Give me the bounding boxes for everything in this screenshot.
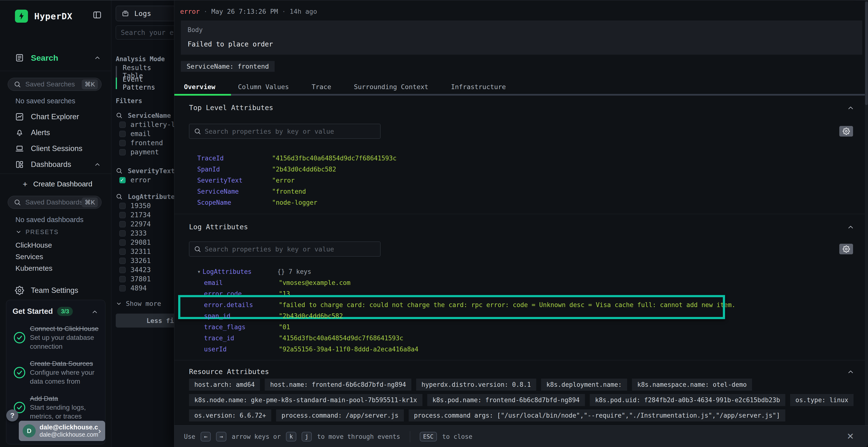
search-icon[interactable] xyxy=(116,193,123,200)
checkbox-icon[interactable] xyxy=(119,221,126,227)
saved-dashboards-search[interactable]: ⌘K xyxy=(8,196,101,209)
attribute-row[interactable]: emailvmoses@example.com xyxy=(189,277,855,288)
attribute-row[interactable]: trace_flags01 xyxy=(189,321,855,333)
get-started-item[interactable]: Create Data Sources Configure where your… xyxy=(12,359,99,386)
collapse-section-icon[interactable] xyxy=(847,223,855,231)
mode-event-patterns[interactable]: Event Patterns xyxy=(116,77,174,89)
attribute-row[interactable]: TraceId4156d3fbc40a64854d9dc7f68641593c xyxy=(189,153,855,164)
saved-dashboards-input[interactable] xyxy=(25,199,82,206)
filter-option[interactable]: 22974 xyxy=(116,220,174,229)
resource-chip[interactable]: host.name: frontend-6b6c8d7bfd-ng894 xyxy=(265,379,411,391)
tab-surrounding-context[interactable]: Surrounding Context xyxy=(354,83,429,91)
saved-searches-input[interactable] xyxy=(25,80,82,88)
filter-option[interactable]: email xyxy=(116,129,174,138)
filter-option[interactable]: 4894 xyxy=(116,284,174,293)
checkbox-icon[interactable] xyxy=(119,239,126,246)
attributes-settings-button[interactable] xyxy=(839,126,853,137)
collapse-sidebar-icon[interactable] xyxy=(92,10,102,20)
event-search-input[interactable] xyxy=(116,26,174,39)
sidebar-item-alerts[interactable]: Alerts xyxy=(0,125,111,141)
attribute-row-highlighted[interactable]: error.detailsfailed to charge card: coul… xyxy=(189,299,855,310)
filter-option-checked[interactable]: error xyxy=(116,176,174,184)
user-account-chip[interactable]: D dale@clickhouse.com dale@clickhouse.co… xyxy=(19,421,105,441)
filter-option[interactable]: 21734 xyxy=(116,210,174,219)
sidebar-item-services[interactable]: Services xyxy=(0,251,111,263)
filter-option[interactable]: 32311 xyxy=(116,247,174,256)
sidebar-item-chart-explorer[interactable]: Chart Explorer xyxy=(0,109,111,125)
resource-chip[interactable]: os.type: linux xyxy=(790,394,854,406)
scrollbar[interactable] xyxy=(865,0,868,425)
close-icon[interactable]: ✕ xyxy=(847,431,854,441)
search-icon[interactable] xyxy=(116,167,123,174)
attribute-row[interactable]: SeverityTexterror xyxy=(189,175,855,186)
checkbox-checked-icon[interactable] xyxy=(119,177,126,183)
sidebar-item-client-sessions[interactable]: Client Sessions xyxy=(0,141,111,157)
tab-column-values[interactable]: Column Values xyxy=(238,83,289,91)
tab-infrastructure[interactable]: Infrastructure xyxy=(451,83,506,91)
checkbox-icon[interactable] xyxy=(119,276,126,282)
less-filters-button[interactable]: Less filters xyxy=(116,314,174,328)
chevron-up-icon[interactable] xyxy=(91,308,98,315)
checkbox-icon[interactable] xyxy=(119,149,126,156)
checkbox-icon[interactable] xyxy=(119,122,126,128)
resource-chip[interactable]: k8s.pod.uid: f284fb2d-a0b3-4634-991b-e2c… xyxy=(590,394,785,406)
source-select[interactable]: Logs xyxy=(116,6,174,21)
filter-option[interactable]: 29081 xyxy=(116,238,174,247)
checkbox-icon[interactable] xyxy=(119,248,126,255)
sidebar-item-team-settings[interactable]: Team Settings xyxy=(0,282,111,299)
log-attributes-search-input[interactable] xyxy=(189,242,380,256)
filter-option[interactable]: 34423 xyxy=(116,265,174,274)
attributes-settings-button[interactable] xyxy=(839,244,853,254)
filter-option[interactable]: 19350 xyxy=(116,201,174,210)
sidebar-item-dashboards[interactable]: Dashboards xyxy=(0,157,111,172)
scrollbar-thumb[interactable] xyxy=(865,1,868,105)
attribute-row[interactable]: span_id2b43d0c4dd6bc582 xyxy=(189,310,855,321)
help-button[interactable]: ? xyxy=(6,409,18,421)
chevron-up-icon[interactable] xyxy=(94,161,101,168)
resource-chip[interactable]: host.arch: amd64 xyxy=(189,379,260,391)
resource-chip[interactable]: k8s.node.name: gke-pme-k8s-standard-main… xyxy=(189,394,423,406)
attribute-row[interactable]: error.code13 xyxy=(189,288,855,299)
attribute-row[interactable]: ServiceNamefrontend xyxy=(189,186,855,197)
filter-option[interactable]: frontend xyxy=(116,138,174,147)
get-started-item[interactable]: Connect to ClickHouse Set up your databa… xyxy=(12,324,99,351)
chevron-up-icon[interactable] xyxy=(94,54,101,61)
presets-toggle[interactable]: PRESETS xyxy=(0,228,111,236)
checkbox-icon[interactable] xyxy=(119,230,126,237)
sidebar-item-kubernetes[interactable]: Kubernetes xyxy=(0,263,111,274)
show-more-button[interactable]: Show more xyxy=(116,300,174,307)
get-started-item[interactable]: Add Data Start sending logs, metrics, or… xyxy=(12,394,99,421)
checkbox-icon[interactable] xyxy=(119,212,126,218)
filter-option[interactable]: artillery-loadgen xyxy=(116,120,174,129)
resource-chip[interactable]: process.command: /app/server.js xyxy=(276,409,404,421)
tab-trace[interactable]: Trace xyxy=(311,83,331,91)
attribute-row[interactable]: userId92a55156-39a4-11f0-8ddd-a2eca416a8… xyxy=(189,344,855,355)
resource-chip[interactable]: os.version: 6.6.72+ xyxy=(189,409,271,421)
collapse-section-icon[interactable] xyxy=(847,368,855,376)
attribute-tree-root[interactable]: ▾ LogAttributes {} 7 keys xyxy=(189,266,855,277)
filter-option[interactable]: 33261 xyxy=(116,256,174,265)
saved-searches-search[interactable]: ⌘K xyxy=(8,78,101,91)
tab-overview[interactable]: Overview xyxy=(184,83,215,91)
sidebar-item-search[interactable]: Search xyxy=(0,51,111,64)
filter-option[interactable]: payment xyxy=(116,148,174,157)
attribute-row[interactable]: SpanId2b43d0c4dd6bc582 xyxy=(189,164,855,175)
resource-chip[interactable]: k8s.namespace.name: otel-demo xyxy=(632,379,752,391)
resource-chip[interactable]: hyperdx.distro.version: 0.8.1 xyxy=(416,379,536,391)
collapse-section-icon[interactable] xyxy=(847,104,855,112)
filter-option[interactable]: 2333 xyxy=(116,229,174,238)
checkbox-icon[interactable] xyxy=(119,203,126,209)
search-icon[interactable] xyxy=(116,112,123,119)
filter-option[interactable]: 37801 xyxy=(116,275,174,283)
checkbox-icon[interactable] xyxy=(119,258,126,264)
attribute-row[interactable]: ScopeNamenode-logger xyxy=(189,197,855,208)
top-level-search-input[interactable] xyxy=(189,124,380,139)
resource-chip[interactable]: k8s.deployment.name: xyxy=(541,379,627,391)
service-name-chip[interactable]: ServiceName: frontend xyxy=(181,61,275,72)
collapse-tree-icon[interactable]: ▾ xyxy=(197,266,203,277)
create-dashboard-button[interactable]: + Create Dashboard xyxy=(0,176,111,192)
resource-chip[interactable]: k8s.pod.name: frontend-6b6c8d7bfd-ng894 xyxy=(427,394,585,406)
resource-chip[interactable]: process.command args: ["/usr/local/bin/n… xyxy=(409,409,785,421)
checkbox-icon[interactable] xyxy=(119,140,126,146)
checkbox-icon[interactable] xyxy=(119,285,126,291)
